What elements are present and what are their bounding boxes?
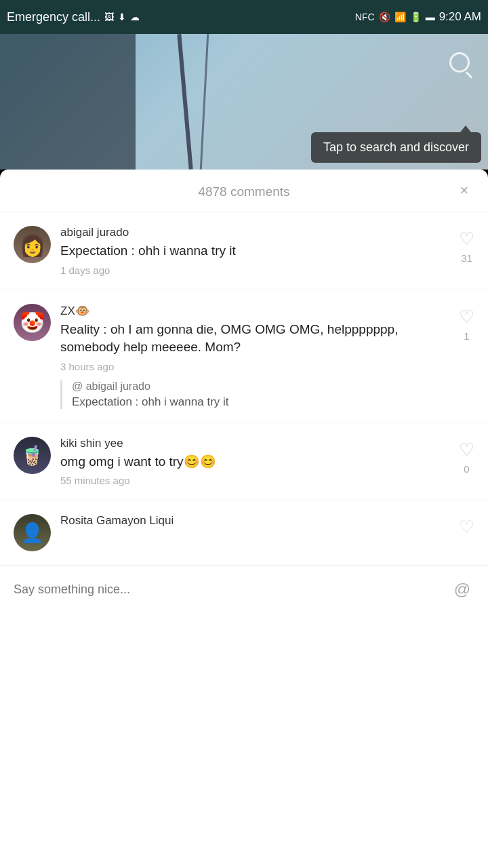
comments-header: 4878 comments × — [0, 170, 488, 212]
like-count: 0 — [464, 463, 469, 475]
comments-panel: 4878 comments × abigail jurado Expectati… — [0, 170, 488, 868]
heart-icon: ♡ — [459, 229, 474, 250]
gallery-icon: 🖼 — [104, 12, 114, 22]
comment-text: omg omg i want to try😊😊 — [60, 453, 449, 471]
search-icon — [449, 52, 470, 73]
comment-content: abigail jurado Expectation : ohh i wanna… — [60, 226, 449, 276]
comment-input[interactable] — [14, 583, 443, 597]
status-time: 9:20 AM — [439, 10, 481, 24]
avatar — [14, 304, 51, 341]
comment-username: abigail jurado — [60, 226, 449, 239]
status-bar-title: Emergency call... — [7, 10, 100, 24]
like-button[interactable]: ♡ 0 — [459, 437, 474, 475]
avatar — [14, 514, 51, 551]
status-bar-right-icons: NFC 🔇 📶 🔋 ▬ 9:20 AM — [355, 10, 481, 24]
reply-username: @ abigail jurado — [72, 380, 449, 393]
bg-dark-overlay — [0, 34, 136, 170]
reply-text: Expectation : ohh i wanna try it — [72, 395, 449, 409]
comment-content: ZX🐵 Reality : oh I am gonna die, OMG OMG… — [60, 304, 449, 409]
battery-full-icon: ▬ — [426, 12, 435, 22]
like-count: 1 — [464, 330, 469, 342]
close-button[interactable]: × — [454, 180, 474, 201]
comment-time: 3 hours ago — [60, 361, 449, 372]
download-icon: ⬇ — [118, 12, 126, 22]
comment-content: kiki shin yee omg omg i want to try😊😊 55… — [60, 437, 449, 487]
discover-tooltip[interactable]: Tap to search and discover — [311, 132, 481, 163]
comment-item: kiki shin yee omg omg i want to try😊😊 55… — [0, 423, 488, 501]
battery-low-icon: 🔋 — [410, 12, 422, 22]
pole-structure-2 — [200, 34, 209, 170]
pole-structure — [177, 34, 192, 170]
comment-time: 1 days ago — [60, 264, 449, 276]
comment-text: Reality : oh I am gonna die, OMG OMG OMG… — [60, 321, 449, 357]
heart-icon: ♡ — [459, 439, 474, 460]
status-bar-left: Emergency call... 🖼 ⬇ ☁ — [7, 10, 140, 24]
mention-button[interactable]: @ — [450, 577, 474, 601]
at-icon: @ — [454, 580, 470, 599]
reply-block: @ abigail jurado Expectation : ohh i wan… — [60, 380, 449, 409]
comment-item: abigail jurado Expectation : ohh i wanna… — [0, 212, 488, 290]
wifi-icon: 📶 — [394, 12, 406, 22]
mute-icon: 🔇 — [379, 12, 390, 22]
comments-count: 4878 comments — [198, 184, 289, 199]
weather-icon: ☁ — [130, 12, 140, 22]
background-image: Tap to search and discover — [0, 34, 488, 170]
heart-icon: ♡ — [459, 517, 474, 538]
like-button[interactable]: ♡ 31 — [459, 226, 474, 264]
comment-text: Expectation : ohh i wanna try it — [60, 242, 449, 260]
heart-icon: ♡ — [459, 307, 474, 328]
like-button[interactable]: ♡ — [459, 514, 474, 538]
nfc-icon: NFC — [355, 12, 375, 22]
like-count: 31 — [461, 252, 472, 264]
avatar — [14, 226, 51, 263]
search-button[interactable] — [445, 47, 474, 77]
comment-content: Rosita Gamayon Liqui — [60, 514, 449, 530]
comment-input-bar: @ — [0, 566, 488, 612]
comment-item: Rosita Gamayon Liqui ♡ — [0, 500, 488, 566]
avatar — [14, 437, 51, 474]
comment-username: ZX🐵 — [60, 304, 449, 318]
comment-username: kiki shin yee — [60, 437, 449, 450]
comment-username: Rosita Gamayon Liqui — [60, 514, 449, 528]
like-button[interactable]: ♡ 1 — [459, 304, 474, 342]
comment-item: ZX🐵 Reality : oh I am gonna die, OMG OMG… — [0, 290, 488, 423]
status-bar: Emergency call... 🖼 ⬇ ☁ NFC 🔇 📶 🔋 ▬ 9:20… — [0, 0, 488, 34]
comment-time: 55 minutes ago — [60, 475, 449, 486]
